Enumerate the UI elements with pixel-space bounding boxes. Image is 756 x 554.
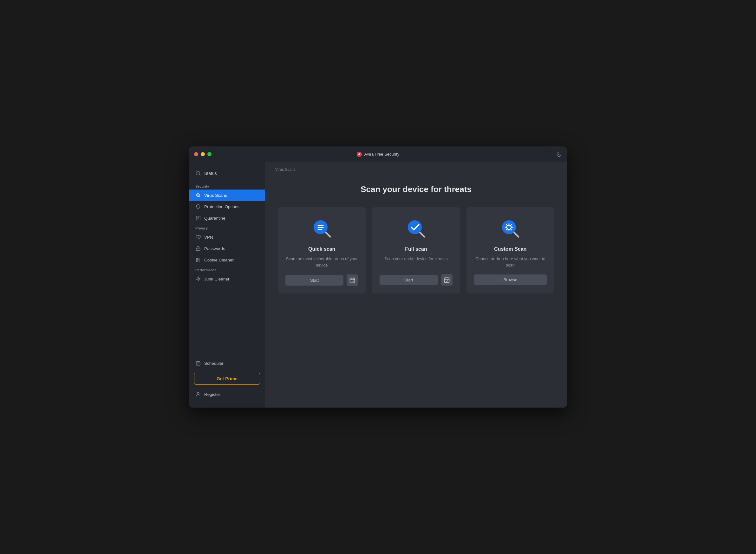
custom-scan-icon	[499, 217, 522, 240]
window-title: A Avira Free Security	[357, 152, 399, 157]
protection-options-label: Protection Options	[204, 205, 240, 209]
custom-scan-title: Custom Scan	[494, 246, 526, 252]
settings-icon[interactable]	[556, 152, 562, 157]
quick-scan-start-button[interactable]: Start	[286, 275, 343, 286]
scheduler-icon	[195, 361, 201, 366]
quick-scan-schedule-button[interactable]	[347, 274, 358, 286]
full-scan-title: Full scan	[405, 246, 427, 252]
main-content: Virus Scans Scan your device for threats	[265, 162, 567, 407]
full-scan-start-button[interactable]: Start	[380, 275, 438, 285]
close-button[interactable]	[194, 152, 198, 156]
app-body: Status Security Virus Scans	[189, 162, 567, 407]
quick-scan-title: Quick scan	[308, 246, 335, 252]
sidebar-item-vpn[interactable]: VPN	[189, 231, 265, 243]
quick-scan-card: Quick scan Scan the most vulnerable area…	[278, 207, 366, 293]
svg-point-10	[197, 392, 199, 394]
full-scan-card: Full scan Scan your entire device for vi…	[372, 207, 460, 293]
sidebar-item-cookie-cleaner[interactable]: Cookie Cleaner	[189, 254, 265, 266]
full-scan-actions: Start	[380, 274, 452, 286]
sidebar-item-register[interactable]: Register	[189, 389, 265, 400]
svg-line-21	[513, 232, 518, 237]
svg-rect-16	[350, 278, 355, 283]
sidebar-item-virus-scans[interactable]: Virus Scans	[189, 189, 265, 201]
sidebar-section-performance: Performance	[189, 266, 265, 273]
traffic-lights	[194, 152, 211, 156]
svg-rect-6	[198, 258, 199, 260]
protection-options-icon	[195, 204, 201, 210]
sidebar-item-status[interactable]: Status	[189, 167, 265, 179]
quarantine-icon	[195, 215, 201, 221]
sidebar: Status Security Virus Scans	[189, 162, 265, 407]
virus-scans-icon	[195, 192, 201, 198]
svg-rect-9	[196, 362, 200, 366]
avira-icon: A	[357, 152, 362, 157]
quick-scan-desc: Scan the most vulnerable areas of your d…	[286, 256, 358, 268]
quick-scan-icon	[310, 217, 333, 240]
quick-scan-actions: Start	[286, 274, 358, 286]
cookie-cleaner-label: Cookie Cleaner	[204, 258, 234, 263]
app-window: A Avira Free Security Status	[189, 147, 567, 407]
svg-point-19	[408, 220, 422, 234]
full-scan-icon	[405, 217, 427, 240]
svg-point-2	[197, 194, 199, 196]
passwords-label: Passwords	[204, 246, 225, 251]
titlebar: A Avira Free Security	[189, 147, 567, 162]
sidebar-item-passwords[interactable]: Passwords	[189, 243, 265, 254]
sidebar-bottom: Scheduler Get Prime Register	[189, 355, 265, 402]
custom-scan-actions: Browse	[474, 274, 547, 285]
sidebar-section-privacy: Privacy	[189, 224, 265, 231]
custom-scan-browse-button[interactable]: Browse	[474, 274, 547, 285]
junk-cleaner-icon	[195, 276, 201, 282]
junk-cleaner-label: Junk Cleaner	[204, 277, 230, 281]
full-scan-desc: Scan your entire device for viruses	[384, 256, 447, 268]
minimize-button[interactable]	[201, 152, 205, 156]
vpn-label: VPN	[204, 235, 213, 239]
svg-line-18	[419, 232, 424, 237]
svg-rect-20	[444, 278, 449, 282]
svg-point-17	[353, 281, 354, 282]
svg-rect-5	[197, 258, 198, 261]
passwords-icon	[195, 245, 201, 251]
register-icon	[195, 391, 201, 397]
sidebar-section-security: Security	[189, 182, 265, 189]
sidebar-item-protection-options[interactable]: Protection Options	[189, 201, 265, 212]
sidebar-item-quarantine[interactable]: Quarantine	[189, 212, 265, 224]
sidebar-item-junk-cleaner[interactable]: Junk Cleaner	[189, 273, 265, 285]
svg-rect-8	[199, 258, 200, 262]
cookie-cleaner-icon	[195, 257, 201, 263]
svg-line-11	[325, 232, 330, 237]
status-icon	[195, 170, 201, 176]
custom-scan-desc: Choose or drop here what you want to sca…	[474, 256, 547, 268]
virus-scans-label: Virus Scans	[204, 193, 227, 198]
vpn-icon	[195, 234, 201, 240]
get-prime-button[interactable]: Get Prime	[194, 373, 260, 385]
quarantine-label: Quarantine	[204, 216, 225, 221]
breadcrumb: Virus Scans	[265, 162, 567, 174]
custom-scan-card: Custom Scan Choose or drop here what you…	[466, 207, 554, 293]
svg-rect-4	[196, 248, 200, 251]
maximize-button[interactable]	[207, 152, 211, 156]
scan-cards-container: Quick scan Scan the most vulnerable area…	[265, 207, 567, 293]
svg-rect-7	[197, 261, 198, 262]
register-label: Register	[204, 392, 220, 397]
sidebar-item-scheduler[interactable]: Scheduler	[189, 357, 265, 369]
scheduler-label: Scheduler	[204, 361, 223, 366]
status-label: Status	[204, 171, 217, 176]
full-scan-schedule-button[interactable]	[441, 274, 453, 286]
page-title: Scan your device for threats	[265, 184, 567, 194]
svg-point-22	[502, 220, 516, 234]
